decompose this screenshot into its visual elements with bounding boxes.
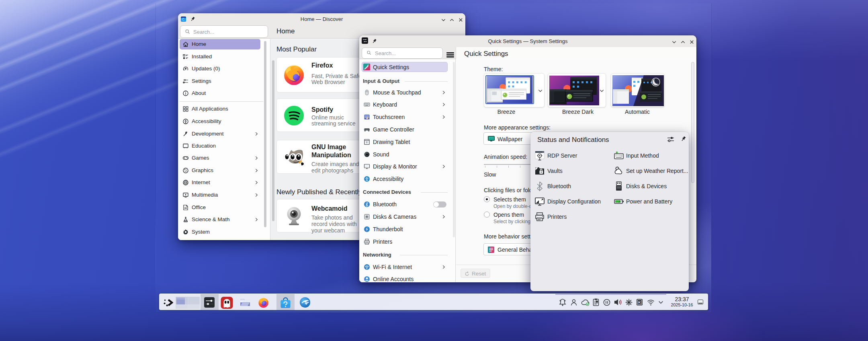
- svg-text:K: K: [638, 300, 641, 304]
